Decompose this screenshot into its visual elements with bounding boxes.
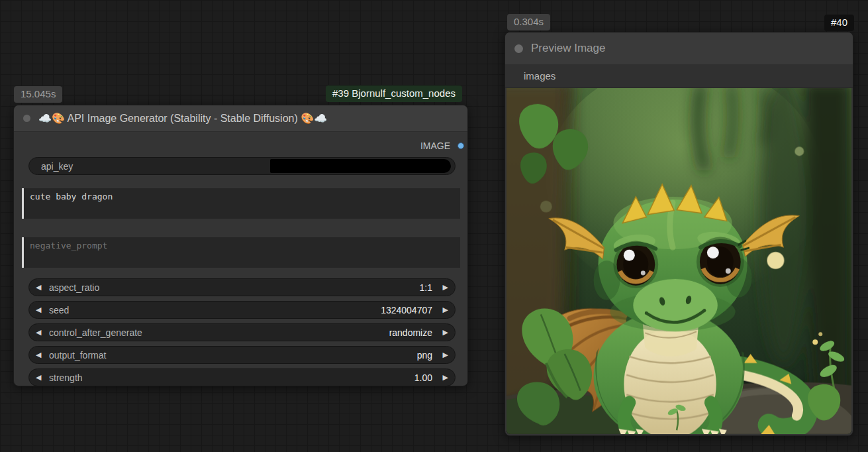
widget-value: randomize (389, 327, 432, 338)
node-title: ☁️🎨 API Image Generator (Stability - Sta… (38, 112, 327, 125)
arrow-left-icon[interactable]: ◀ (36, 373, 46, 382)
widget-aspect-ratio[interactable]: ◀ aspect_ratio 1:1 ▶ (28, 278, 456, 296)
widget-value: 1:1 (420, 282, 432, 293)
arrow-right-icon[interactable]: ▶ (438, 351, 448, 359)
node-id-badge: #39 Bjornulf_custom_nodes (326, 85, 462, 102)
widget-value: png (417, 350, 432, 361)
prompt-textarea[interactable]: cute baby dragon (22, 188, 460, 219)
arrow-right-icon[interactable]: ▶ (438, 328, 448, 337)
node-title-bar[interactable]: ☁️🎨 API Image Generator (Stability - Sta… (14, 105, 467, 132)
arrow-left-icon[interactable]: ◀ (36, 328, 46, 337)
arrow-left-icon[interactable]: ◀ (36, 351, 46, 359)
arrow-right-icon[interactable]: ▶ (438, 373, 448, 382)
execution-time-badge: 15.045s (14, 86, 62, 103)
widget-control-after-generate[interactable]: ◀ control_after_generate randomize ▶ (28, 323, 456, 341)
collapse-dot-icon[interactable] (23, 115, 30, 122)
node-preview-image[interactable]: 0.304s #40 Preview Image images (505, 32, 853, 436)
node-title-bar[interactable]: Preview Image (505, 32, 853, 64)
preview-image (506, 88, 851, 434)
arrow-left-icon[interactable]: ◀ (36, 306, 46, 314)
input-slot-images[interactable]: images (505, 64, 853, 88)
widget-value: 1.00 (414, 372, 432, 383)
output-slot-image-label: IMAGE (420, 141, 450, 151)
arrow-left-icon[interactable]: ◀ (36, 283, 46, 292)
widget-strength[interactable]: ◀ strength 1.00 ▶ (28, 368, 456, 386)
api-key-redacted-value (270, 159, 451, 173)
node-title: Preview Image (531, 42, 605, 55)
node-graph-canvas[interactable]: 15.045s #39 Bjornulf_custom_nodes ☁️🎨 AP… (0, 0, 868, 452)
execution-time-badge: 0.304s (507, 14, 550, 30)
widget-label: seed (49, 305, 69, 315)
arrow-right-icon[interactable]: ▶ (438, 306, 448, 314)
node-id-badge: #40 (824, 15, 854, 31)
collapse-dot-icon[interactable] (514, 44, 523, 53)
api-key-field[interactable]: api_key (28, 157, 456, 175)
widget-output-format[interactable]: ◀ output_format png ▶ (28, 346, 456, 364)
negative-prompt-textarea[interactable]: negative_prompt (22, 237, 460, 268)
widget-label: output_format (49, 350, 106, 361)
widget-seed[interactable]: ◀ seed 1324004707 ▶ (28, 301, 456, 319)
widget-label: aspect_ratio (49, 282, 99, 293)
arrow-right-icon[interactable]: ▶ (438, 283, 448, 292)
widget-value: 1324004707 (381, 305, 432, 315)
output-dot-icon[interactable] (458, 142, 464, 149)
widget-label: strength (49, 372, 83, 383)
node-api-image-generator[interactable]: 15.045s #39 Bjornulf_custom_nodes ☁️🎨 AP… (13, 105, 468, 386)
api-key-label: api_key (41, 161, 73, 172)
dragon-illustration (506, 88, 851, 434)
input-slot-images-label: images (524, 70, 555, 82)
widget-label: control_after_generate (49, 327, 142, 338)
link-layer (0, 0, 199, 99)
